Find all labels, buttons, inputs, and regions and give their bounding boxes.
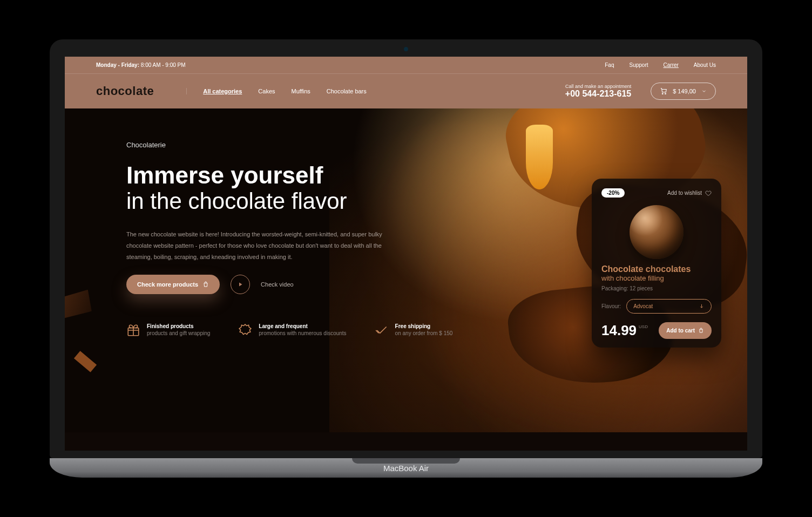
check-products-button[interactable]: Check more products (126, 275, 220, 294)
hours-label: Monday - Friday: (96, 62, 139, 68)
main-nav: All categories Cakes Muffins Chocolate b… (186, 88, 367, 94)
product-title: Chocolate chocolates (601, 264, 712, 274)
lead-text: The new chocolate website is here! Intro… (126, 229, 396, 263)
feature-title: Free shipping (395, 323, 453, 329)
hero: Chocolaterie Immerse yourself in the cho… (65, 108, 747, 432)
packaging-label: Packaging: (601, 285, 628, 291)
add-to-cart-button[interactable]: Add to cart (659, 322, 712, 339)
phone-block: Call and make an appointment +00 544-213… (565, 84, 631, 99)
flavour-select[interactable]: Advocat (626, 299, 712, 314)
video-label[interactable]: Check video (261, 281, 294, 288)
price-value: 14.99 (601, 322, 637, 339)
feature-text: Free shipping on any order from $ 150 (395, 323, 453, 336)
cart-total: $ 149,00 (673, 88, 696, 94)
chocolate-fragment (65, 285, 97, 324)
cart-icon (660, 87, 667, 95)
top-links: Faq Support Carrer About Us (605, 62, 716, 68)
cart-button[interactable]: $ 149,00 (651, 83, 716, 100)
badge-icon (238, 323, 252, 337)
feature-text: Finished products products and gift wrap… (147, 323, 210, 336)
hours: Monday - Friday: 8:00 AM - 9:00 PM (96, 62, 186, 68)
wishlist-label: Add to wishlist (667, 190, 702, 196)
flavour-row: Flavour: Advocat (601, 299, 712, 314)
feature-title: Large and frequent (259, 323, 346, 329)
top-link-faq[interactable]: Faq (605, 62, 614, 68)
top-link-support[interactable]: Support (629, 62, 648, 68)
nav-muffins[interactable]: Muffins (292, 88, 310, 94)
laptop-base: MacBook Air (50, 458, 762, 478)
svg-point-1 (665, 93, 666, 94)
add-to-wishlist-button[interactable]: Add to wishlist (667, 190, 712, 196)
brand-logo[interactable]: chocolate (96, 84, 154, 98)
eyebrow: Chocolaterie (126, 141, 429, 149)
discount-badge: -20% (601, 188, 625, 198)
feature-title: Finished products (147, 323, 210, 329)
chevron-down-icon (701, 89, 707, 94)
headline-bold: Immerse yourself (126, 162, 323, 188)
feature-sub: on any order from $ 150 (395, 330, 453, 336)
top-link-about[interactable]: About Us (694, 62, 716, 68)
cta-primary-label: Check more products (137, 281, 198, 288)
flavour-value: Advocat (633, 303, 653, 309)
product-footer: 14.99 USD Add to cart (601, 322, 712, 339)
svg-marker-2 (239, 283, 242, 287)
price-currency: USD (639, 324, 648, 329)
camera-dot (404, 47, 408, 51)
bag-icon (202, 281, 209, 288)
price: 14.99 USD (601, 322, 648, 339)
cta-row: Check more products Check video (126, 275, 429, 294)
product-packaging: Packaging: 12 pieces (601, 285, 712, 291)
arrow-down-icon (699, 303, 705, 309)
flavour-label: Flavour: (601, 303, 621, 309)
topbar: Monday - Friday: 8:00 AM - 9:00 PM Faq S… (65, 57, 747, 108)
nav-cakes[interactable]: Cakes (258, 88, 275, 94)
feature-text: Large and frequent promotions with numer… (259, 323, 346, 336)
hours-value: 8:00 AM - 9:00 PM (141, 62, 186, 68)
packaging-value: 12 pieces (630, 285, 653, 291)
screen-bezel: Monday - Friday: 8:00 AM - 9:00 PM Faq S… (50, 39, 762, 458)
top-link-carrer[interactable]: Carrer (664, 62, 679, 68)
feature-shipping: Free shipping on any order from $ 150 (375, 323, 453, 337)
topbar-meta: Monday - Friday: 8:00 AM - 9:00 PM Faq S… (65, 57, 747, 74)
headline-light: in the chocolate flavor (126, 189, 429, 214)
feature-finished: Finished products products and gift wrap… (126, 323, 210, 337)
laptop-notch (352, 458, 460, 464)
feature-sub: products and gift wrapping (147, 330, 210, 336)
bag-icon (698, 328, 704, 334)
svg-point-0 (662, 93, 664, 94)
screen: Monday - Friday: 8:00 AM - 9:00 PM Faq S… (65, 57, 747, 451)
product-card-header: -20% Add to wishlist (601, 188, 712, 198)
product-card: -20% Add to wishlist Chocolate chocolate… (592, 179, 721, 348)
gift-icon (126, 323, 140, 337)
heart-icon (705, 190, 712, 196)
chocolate-fragment (74, 351, 97, 372)
feature-sub: promotions with numerous discounts (259, 330, 346, 336)
phone-label: Call and make an appointment (565, 84, 631, 89)
play-icon (237, 281, 243, 288)
nav-chocolate-bars[interactable]: Chocolate bars (327, 88, 367, 94)
add-to-cart-label: Add to cart (666, 328, 695, 334)
nav-all-categories[interactable]: All categories (203, 88, 242, 94)
play-video-button[interactable] (231, 275, 250, 294)
shipping-icon (375, 323, 389, 337)
feature-promotions: Large and frequent promotions with numer… (238, 323, 346, 337)
header-row: chocolate All categories Cakes Muffins C… (65, 74, 747, 108)
product-subtitle: with chocolate filling (601, 274, 712, 282)
product-image (630, 205, 684, 259)
phone-number[interactable]: +00 544-213-615 (565, 89, 631, 99)
honey-drip (526, 125, 553, 189)
device-model: MacBook Air (383, 464, 429, 473)
headline: Immerse yourself in the chocolate flavor (126, 163, 429, 214)
hero-content: Chocolaterie Immerse yourself in the cho… (126, 141, 429, 294)
laptop-frame: Monday - Friday: 8:00 AM - 9:00 PM Faq S… (50, 39, 762, 478)
